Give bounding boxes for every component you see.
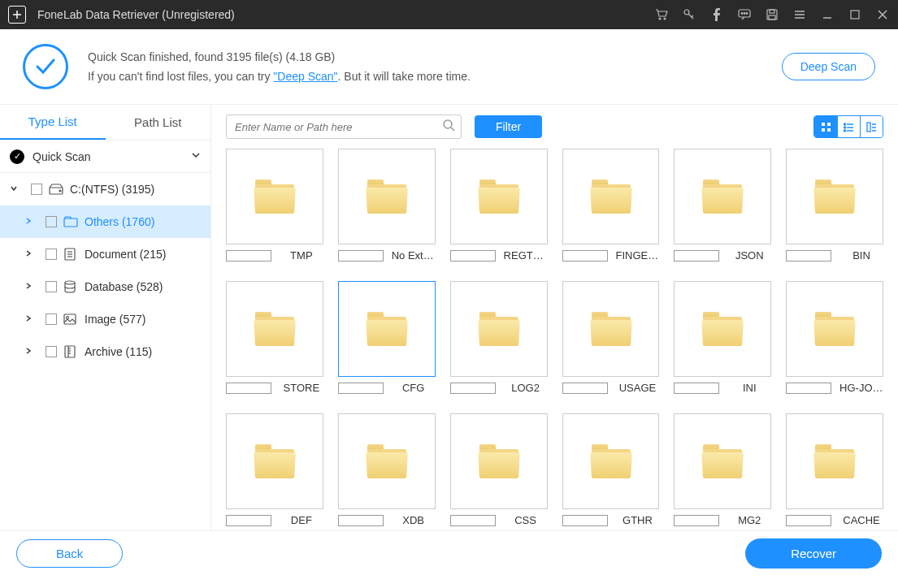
deep-scan-link[interactable]: "Deep Scan": [273, 70, 337, 83]
folder-name: BIN: [839, 249, 883, 262]
checkbox[interactable]: [226, 383, 271, 394]
svg-line-6: [692, 15, 693, 17]
cart-icon[interactable]: [654, 7, 669, 22]
folder-item: DEF: [226, 413, 323, 526]
checkbox[interactable]: [562, 383, 608, 394]
folder-icon: [592, 312, 631, 346]
tree-item[interactable]: Image (577): [0, 303, 210, 335]
svg-rect-31: [65, 346, 75, 357]
close-icon[interactable]: [875, 7, 890, 22]
folder-thumbnail[interactable]: [450, 149, 548, 244]
checkbox[interactable]: [674, 515, 719, 526]
checkbox[interactable]: [46, 249, 57, 260]
folder-item: CACHE: [786, 413, 883, 526]
folder-thumbnail[interactable]: [450, 281, 548, 377]
toolbar: Filter: [211, 105, 898, 149]
tree-item-label: Database (528): [85, 280, 201, 293]
tree-item[interactable]: Document (215): [0, 238, 210, 270]
folder-thumbnail[interactable]: [338, 413, 436, 509]
checkbox[interactable]: [338, 515, 384, 526]
search-icon[interactable]: [443, 119, 455, 134]
tree-item[interactable]: Others (1760): [0, 205, 210, 238]
folder-label-row: TMP: [226, 249, 323, 262]
folder-icon: [367, 312, 406, 346]
maximize-icon[interactable]: [848, 7, 862, 22]
checkbox[interactable]: [562, 250, 608, 262]
deep-scan-button[interactable]: Deep Scan: [782, 53, 875, 80]
tab-type-list[interactable]: Type List: [0, 105, 106, 140]
tree-quick-scan[interactable]: ✓ Quick Scan: [0, 141, 210, 173]
checkbox[interactable]: [31, 184, 42, 195]
folder-label-row: FINGERPRINT: [562, 249, 660, 262]
folder-icon: [255, 179, 294, 214]
folder-thumbnail[interactable]: [450, 413, 548, 509]
checkbox[interactable]: [46, 313, 57, 325]
folder-thumbnail[interactable]: [226, 149, 323, 244]
folder-icon: [367, 444, 406, 478]
folder-thumbnail[interactable]: [562, 149, 660, 244]
folder-thumbnail[interactable]: [786, 413, 883, 509]
folder-label-row: CFG: [338, 382, 436, 394]
folder-item: MG2: [674, 413, 771, 526]
view-grid-button[interactable]: [814, 116, 837, 137]
view-detail-button[interactable]: [860, 116, 883, 137]
folder-label-row: REGTRANS-MS: [450, 249, 548, 262]
folder-thumbnail[interactable]: [562, 281, 660, 377]
checkbox[interactable]: [786, 383, 831, 394]
folder-name: DEF: [280, 514, 323, 526]
checkbox[interactable]: [562, 515, 608, 526]
menu-icon[interactable]: [792, 7, 807, 22]
tab-path-list[interactable]: Path List: [106, 105, 211, 140]
folder-thumbnail[interactable]: [338, 281, 436, 377]
checkbox[interactable]: [786, 515, 831, 526]
search-input[interactable]: [226, 115, 462, 139]
checkbox[interactable]: [674, 250, 719, 262]
checkbox[interactable]: [786, 250, 831, 262]
folder-thumbnail[interactable]: [674, 149, 771, 244]
folder-thumbnail[interactable]: [674, 413, 771, 509]
checkbox[interactable]: [46, 216, 57, 227]
checkbox[interactable]: [450, 383, 496, 394]
chevron-right-icon: [24, 346, 39, 357]
folder-thumbnail[interactable]: [786, 281, 883, 377]
tree-drive[interactable]: C:(NTFS) (3195): [0, 173, 210, 205]
recover-button[interactable]: Recover: [745, 538, 882, 569]
feedback-icon[interactable]: [737, 7, 752, 22]
folder-label-row: STORE: [226, 382, 323, 394]
checkbox[interactable]: [450, 515, 496, 526]
folder-thumbnail[interactable]: [786, 149, 883, 244]
checkbox[interactable]: [46, 346, 57, 357]
checkbox[interactable]: [338, 383, 384, 394]
filter-button[interactable]: Filter: [475, 115, 542, 138]
folder-label-row: USAGE: [562, 382, 660, 394]
key-icon[interactable]: [682, 7, 696, 22]
folder-item: No Extension: [338, 149, 436, 262]
checkbox[interactable]: [226, 515, 271, 526]
view-list-button[interactable]: [837, 116, 860, 137]
folder-thumbnail[interactable]: [338, 149, 436, 244]
folder-name: CFG: [392, 382, 436, 394]
folder-name: XDB: [392, 514, 436, 526]
folder-thumbnail[interactable]: [562, 413, 660, 509]
checkbox[interactable]: [338, 250, 384, 262]
back-button[interactable]: Back: [16, 539, 123, 568]
save-icon[interactable]: [765, 7, 779, 22]
tree-item[interactable]: Database (528): [0, 270, 210, 303]
folder-thumbnail[interactable]: [226, 281, 323, 377]
facebook-icon[interactable]: [709, 7, 724, 22]
titlebar: FoneLab Data Retriever (Unregistered): [0, 0, 898, 29]
checkbox[interactable]: [46, 281, 57, 292]
folder-icon: [592, 179, 631, 214]
svg-point-22: [59, 190, 61, 192]
checkbox[interactable]: [226, 250, 271, 262]
svg-line-37: [451, 128, 454, 131]
minimize-icon[interactable]: [820, 7, 835, 22]
folder-thumbnail[interactable]: [226, 413, 323, 509]
folder-label-row: XDB: [338, 514, 436, 526]
checkbox[interactable]: [450, 250, 496, 262]
svg-point-45: [844, 123, 846, 125]
folder-thumbnail[interactable]: [674, 281, 771, 377]
tree-item[interactable]: Archive (115): [0, 335, 210, 368]
checkbox[interactable]: [674, 383, 719, 394]
status-area: Quick Scan finished, found 3195 file(s) …: [0, 29, 898, 105]
